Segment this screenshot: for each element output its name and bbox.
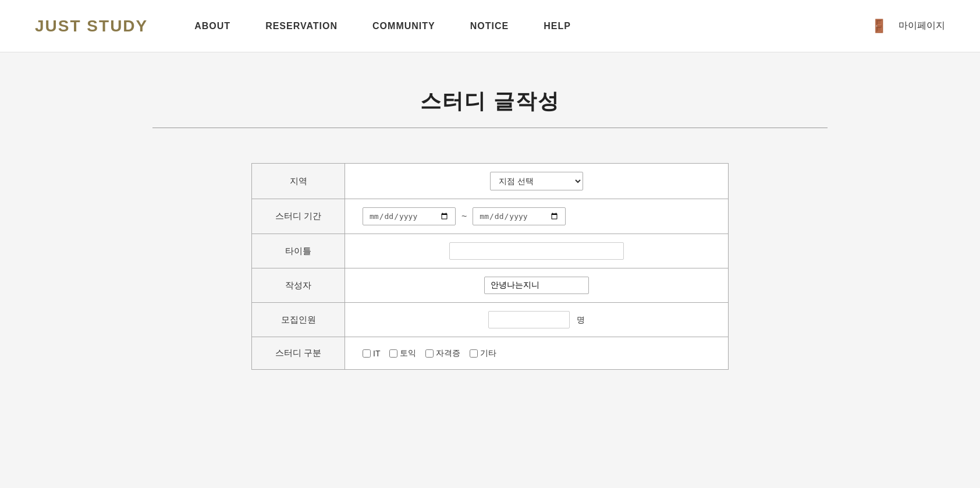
category-field: IT 토익 자격증 기타: [345, 337, 729, 370]
category-row: 스터디 구분 IT 토익 자격증: [252, 337, 729, 370]
checkbox-certificate-label: 자격증: [436, 348, 460, 359]
date-separator: ~: [461, 211, 467, 222]
members-row: 모집인원 명: [252, 303, 729, 337]
title-row: 타이틀: [252, 234, 729, 268]
title-label: 타이틀: [252, 234, 345, 268]
members-label: 모집인원: [252, 303, 345, 337]
checkbox-toeic-label: 토익: [400, 348, 416, 359]
nav-right: 🚪 마이페이지: [871, 19, 945, 34]
period-field: ~: [345, 199, 729, 234]
region-row: 지역 지점 선택: [252, 164, 729, 199]
page-title: 스터디 글작성: [152, 87, 828, 116]
mypage-link[interactable]: 마이페이지: [899, 20, 945, 32]
title-divider: [152, 128, 828, 128]
main-content: 스터디 글작성 지역 지점 선택 스터디 기간 ~: [141, 52, 839, 405]
title-field: [345, 234, 729, 268]
region-label: 지역: [252, 164, 345, 199]
nav-about[interactable]: ABOUT: [194, 21, 230, 31]
members-unit: 명: [577, 315, 585, 324]
nav-help[interactable]: HELP: [544, 21, 571, 31]
checkbox-it-label: IT: [373, 349, 380, 358]
author-input[interactable]: [484, 277, 589, 294]
checkbox-other[interactable]: [470, 349, 478, 358]
category-label: 스터디 구분: [252, 337, 345, 370]
region-field: 지점 선택: [345, 164, 729, 199]
nav-community[interactable]: COMMUNITY: [372, 21, 435, 31]
date-end-input[interactable]: [473, 207, 566, 225]
author-label: 작성자: [252, 268, 345, 303]
logo[interactable]: JUST STUDY: [35, 17, 148, 36]
period-label: 스터디 기간: [252, 199, 345, 234]
title-input[interactable]: [449, 242, 624, 260]
author-field: [345, 268, 729, 303]
nav: ABOUT RESERVATION COMMUNITY NOTICE HELP: [194, 21, 871, 31]
category-checkbox-group: IT 토익 자격증 기타: [363, 348, 711, 359]
category-certificate[interactable]: 자격증: [425, 348, 460, 359]
checkbox-certificate[interactable]: [425, 349, 434, 358]
region-select[interactable]: 지점 선택: [490, 172, 583, 190]
nav-reservation[interactable]: RESERVATION: [265, 21, 338, 31]
category-it[interactable]: IT: [363, 349, 380, 358]
date-start-input[interactable]: [363, 207, 456, 225]
login-icon[interactable]: 🚪: [871, 19, 887, 34]
checkbox-other-label: 기타: [480, 348, 496, 359]
author-row: 작성자: [252, 268, 729, 303]
checkbox-toeic[interactable]: [389, 349, 397, 358]
members-input[interactable]: [488, 311, 570, 328]
nav-notice[interactable]: NOTICE: [470, 21, 509, 31]
category-other[interactable]: 기타: [470, 348, 496, 359]
study-form-table: 지역 지점 선택 스터디 기간 ~ 타이틀: [251, 163, 729, 370]
category-toeic[interactable]: 토익: [389, 348, 416, 359]
checkbox-it[interactable]: [363, 349, 371, 358]
period-row: 스터디 기간 ~: [252, 199, 729, 234]
members-field: 명: [345, 303, 729, 337]
header: JUST STUDY ABOUT RESERVATION COMMUNITY N…: [0, 0, 980, 52]
date-wrapper: ~: [363, 207, 711, 225]
